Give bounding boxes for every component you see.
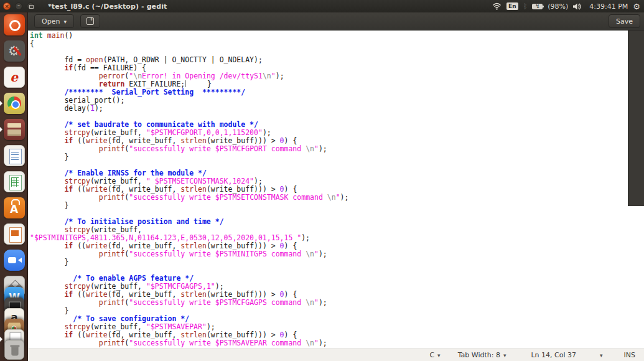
keyboard-layout-indicator[interactable]: En — [506, 2, 518, 10]
launcher-item-ubuntu-software[interactable] — [0, 197, 28, 218]
trash-icon — [4, 340, 24, 360]
code-line: serial_port(); — [30, 96, 644, 105]
battery-percent: (98%) — [548, 2, 568, 11]
save-button[interactable]: Save — [609, 14, 640, 28]
minimize-button[interactable] — [15, 2, 22, 10]
cursor-position[interactable]: Ln 14, Col 37 — [531, 351, 576, 359]
volume-icon[interactable] — [573, 3, 582, 10]
ubuntu-software-icon — [4, 197, 25, 218]
chevron-down-icon — [63, 17, 67, 26]
close-button[interactable] — [3, 2, 11, 10]
clock[interactable]: 4:39:41 PM — [589, 2, 628, 11]
language-label: C — [429, 351, 434, 359]
code-line: printf("successfully write $PSTMINITGPS … — [30, 250, 644, 258]
launcher-item-ubuntu-dash[interactable] — [0, 14, 28, 35]
language-selector[interactable]: C — [429, 351, 440, 359]
code-line: printf("successfully write $PSTMCFGPORT … — [30, 145, 644, 153]
wifi-icon[interactable] — [492, 2, 502, 10]
zoom-icon — [4, 250, 25, 271]
launcher-item-draw-app[interactable] — [0, 67, 28, 88]
running-indicator — [0, 127, 2, 132]
gedit-toolbar: Open Save — [28, 12, 644, 30]
draw-app-icon — [4, 67, 25, 88]
launcher-item-lo-writer[interactable] — [0, 145, 28, 166]
code-line: } — [30, 153, 644, 161]
open-button-label: Open — [42, 17, 60, 26]
code-line: delay(1); — [30, 105, 644, 113]
open-button[interactable]: Open — [34, 14, 74, 28]
gedit-window: Open Save int main(){ fd = open(PATH, O_… — [28, 12, 644, 361]
launcher-item-zoom[interactable] — [0, 250, 28, 271]
running-indicator — [0, 101, 2, 106]
launcher-item-lo-calc[interactable] — [0, 171, 28, 192]
system-settings-icon — [4, 40, 25, 62]
window-title: *test_l89.c (~/Desktop) - gedit — [48, 2, 167, 11]
launcher-item-chrome[interactable] — [0, 93, 28, 114]
launcher-item-trash[interactable] — [0, 339, 28, 360]
code-line: } — [30, 258, 644, 266]
code-line: int main() — [30, 32, 644, 40]
window-controls — [0, 2, 39, 10]
chrome-icon — [4, 93, 25, 114]
statusbar-dropdown-caret[interactable] — [600, 352, 603, 359]
launcher-item-file-cabinet[interactable] — [0, 119, 28, 140]
chevron-down-icon — [437, 351, 441, 359]
chevron-down-icon — [503, 351, 506, 359]
code-line: printf("successfully write $PSTMSETCONST… — [30, 194, 644, 202]
charging-bolt-icon: ↯ — [535, 3, 540, 10]
lo-impress-icon — [4, 223, 25, 245]
statusbar: C Tab Width: 8 Ln 14, Col 37 INS — [28, 349, 644, 361]
code-line: } — [30, 202, 644, 210]
battery-icon[interactable]: ↯ — [532, 4, 543, 9]
maximize-button[interactable] — [27, 2, 34, 10]
code-line: printf("successfully write $PSTMCFGAGPS … — [30, 299, 644, 307]
launcher-item-lo-impress[interactable] — [0, 223, 28, 245]
code-line: { — [30, 40, 644, 48]
save-button-label: Save — [616, 17, 633, 26]
new-document-button[interactable] — [80, 14, 100, 28]
file-cabinet-icon — [4, 119, 25, 140]
launcher — [0, 12, 28, 361]
launcher-item-system-settings[interactable] — [0, 40, 28, 62]
bluetooth-icon[interactable]: ᛒ — [523, 2, 528, 11]
session-gear-icon[interactable]: ⚙ — [633, 2, 640, 11]
new-document-icon — [86, 17, 94, 25]
tab-width-selector[interactable]: Tab Width: 8 — [458, 351, 506, 359]
tab-width-label: Tab Width: 8 — [458, 351, 500, 359]
scrollbar-thumb[interactable] — [628, 30, 644, 206]
lo-writer-icon — [4, 145, 25, 166]
lo-calc-icon — [4, 171, 25, 192]
ubuntu-dash-icon — [4, 14, 25, 35]
editor-text-area[interactable]: int main(){ fd = open(PATH, O_RDWR | O_N… — [28, 30, 644, 349]
top-panel: *test_l89.c (~/Desktop) - gedit En ᛒ ↯ (… — [0, 0, 644, 12]
insert-mode-indicator: INS — [624, 351, 635, 359]
code-line: printf("successfully write $PSTMSAVEPAR … — [30, 339, 644, 347]
